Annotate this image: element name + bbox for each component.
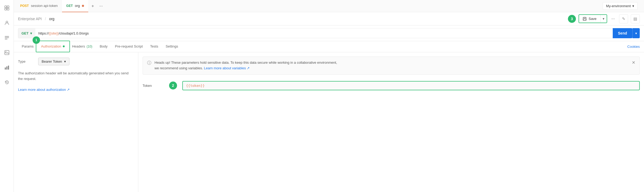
type-value: Bearer Token	[42, 59, 62, 63]
add-tab-button[interactable]: +	[90, 3, 95, 10]
svg-rect-12	[8, 66, 9, 70]
environment-chevron: ▾	[632, 4, 634, 8]
tab-tests-label: Tests	[150, 44, 158, 48]
info-banner-close[interactable]: ✕	[632, 60, 635, 65]
tab-auth-label: Authorization	[41, 44, 61, 48]
tab-unsaved-dot	[82, 5, 84, 7]
svg-rect-7	[5, 39, 7, 39]
tab-headers-label: Headers	[72, 44, 85, 48]
tab-settings-label: Settings	[166, 44, 178, 48]
main-content: POST session api-token GET org + ··· My-…	[14, 0, 644, 192]
save-button[interactable]: Save	[579, 15, 600, 23]
auth-description: The authorization header will be automat…	[18, 71, 134, 93]
svg-rect-6	[5, 37, 9, 38]
tab-post-session[interactable]: POST session api-token	[16, 0, 62, 12]
tab-tests[interactable]: Tests	[147, 41, 162, 52]
step1-badge: 1	[33, 36, 40, 44]
tab-actions: + ···	[90, 3, 104, 10]
tab-post-label: session api-token	[31, 4, 58, 8]
users-icon[interactable]	[2, 18, 12, 28]
svg-rect-0	[5, 6, 7, 8]
tab-params-label: Params	[22, 44, 34, 48]
tab-headers-badge: (10)	[87, 45, 92, 48]
method-label-post: POST	[20, 4, 29, 8]
breadcrumb: Enterprise API / org	[18, 17, 54, 21]
send-group: Send ▾	[613, 28, 640, 38]
tab-prerequest[interactable]: Pre-request Script	[111, 41, 147, 52]
svg-rect-10	[5, 67, 6, 70]
method-select[interactable]: GET ▾	[18, 28, 35, 38]
tab-prerequest-label: Pre-request Script	[115, 44, 143, 48]
history-icon[interactable]	[2, 78, 12, 87]
edit-icon: ✎	[622, 16, 625, 21]
tab-bar-right: My-environment ▾	[603, 2, 642, 10]
chart-icon[interactable]	[2, 63, 12, 72]
type-select[interactable]: Bearer Token ▾	[38, 58, 69, 65]
send-button[interactable]: Send	[613, 28, 632, 38]
tab-body[interactable]: Body	[96, 41, 111, 52]
save-chevron-button[interactable]: ▾	[600, 15, 607, 23]
svg-rect-2	[5, 8, 7, 10]
info-banner: ⓘ Heads up! These parameters hold sensit…	[143, 57, 640, 75]
url-display[interactable]: https://{{site}}/cloudapi/1.0.0/orgs	[35, 28, 613, 38]
tab-get-label: org	[75, 4, 80, 8]
layout-icon[interactable]	[2, 3, 12, 13]
header-actions: 3 Save ▾ ··· ✎ ▤	[568, 14, 640, 23]
url-template: {{site}}	[49, 31, 59, 35]
svg-rect-11	[6, 66, 7, 70]
method-chevron: ▾	[30, 31, 32, 35]
svg-point-9	[6, 51, 6, 52]
url-prefix: https://	[38, 31, 49, 35]
send-chevron-button[interactable]: ▾	[632, 28, 640, 38]
sidebar	[0, 0, 14, 192]
list-icon[interactable]	[2, 33, 12, 42]
tab-authorization[interactable]: Authorization 1	[37, 41, 68, 52]
header-bar: Enterprise API / org 3 Save ▾ ··· ✎	[14, 12, 644, 25]
method-label-get: GET	[66, 4, 73, 8]
save-icon	[583, 17, 586, 21]
req-tabs-right: Cookies	[627, 45, 640, 49]
auth-left-panel: Type Bearer Token ▾ The authorization he…	[14, 52, 138, 192]
tab-headers[interactable]: Headers (10)	[68, 41, 96, 52]
auth-learn-more[interactable]: Learn more about authorization ↗	[18, 88, 70, 92]
tab-get-org[interactable]: GET org	[62, 0, 88, 12]
type-row: Type Bearer Token ▾	[18, 58, 134, 65]
svg-rect-1	[7, 6, 9, 8]
edit-button[interactable]: ✎	[619, 14, 628, 23]
type-chevron: ▾	[64, 59, 66, 63]
auth-active-dot	[63, 45, 65, 47]
more-tabs-button[interactable]: ···	[98, 3, 104, 10]
tab-settings[interactable]: Settings	[162, 41, 182, 52]
environment-select[interactable]: My-environment ▾	[603, 2, 638, 10]
method-value: GET	[21, 31, 29, 35]
token-label: Token	[143, 84, 164, 88]
step2-badge: 2	[169, 82, 177, 89]
request-tabs: Params Authorization 1 Headers (10) Body…	[14, 41, 644, 52]
step3-badge: 3	[568, 15, 576, 23]
tab-body-label: Body	[100, 44, 108, 48]
info-icon: ⓘ	[147, 60, 151, 66]
auth-right-panel: ⓘ Heads up! These parameters hold sensit…	[138, 52, 644, 192]
breadcrumb-sep: /	[45, 17, 46, 21]
token-row: Token 2 {{token}}	[143, 81, 640, 90]
token-value: {{token}}	[186, 84, 205, 88]
save-button-group: Save ▾	[579, 14, 607, 23]
comment-icon: ▤	[633, 16, 637, 21]
svg-rect-5	[5, 36, 9, 37]
environment-label: My-environment	[606, 4, 631, 8]
url-suffix: /cloudapi/1.0.0/orgs	[59, 31, 89, 35]
save-label: Save	[589, 17, 597, 21]
type-label: Type	[18, 59, 34, 63]
variables-learn-more[interactable]: Learn more about variables ↗	[204, 66, 250, 70]
more-options-button[interactable]: ···	[610, 15, 616, 23]
svg-rect-15	[583, 19, 586, 20]
image-icon[interactable]	[2, 48, 12, 57]
token-input[interactable]: {{token}}	[182, 81, 640, 90]
cookies-link[interactable]: Cookies	[627, 45, 640, 49]
content-area: Type Bearer Token ▾ The authorization he…	[14, 52, 644, 192]
send-label: Send	[618, 31, 627, 35]
comment-button[interactable]: ▤	[631, 14, 640, 23]
tab-bar: POST session api-token GET org + ··· My-…	[14, 0, 644, 12]
breadcrumb-current: org	[49, 17, 54, 21]
breadcrumb-parent: Enterprise API	[18, 17, 42, 21]
